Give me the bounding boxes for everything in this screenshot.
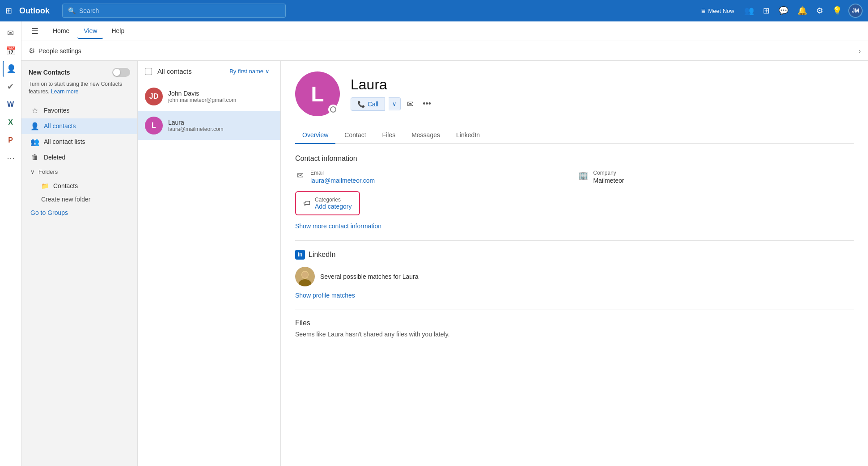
svg-point-3 [302, 272, 308, 278]
menu-view[interactable]: View [77, 24, 103, 39]
search-input[interactable] [79, 7, 280, 14]
email-field-value[interactable]: laura@mailmeteor.com [310, 177, 375, 184]
meet-now-button[interactable]: 🖥 Meet Now [697, 6, 738, 16]
menu-home[interactable]: Home [47, 24, 76, 39]
go-to-groups-label: Go to Groups [30, 209, 68, 216]
search-bar[interactable]: 🔍 [62, 4, 286, 18]
teams-icon[interactable]: 👥 [741, 3, 757, 18]
sort-button[interactable]: By first name ∨ [226, 66, 273, 76]
topbar-right: 🖥 Meet Now 👥 ⊞ 💬 🔔 ⚙ 💡 JM [697, 3, 863, 18]
deleted-icon: 🗑 [30, 153, 39, 161]
more-options-button[interactable]: ••• [420, 97, 434, 111]
three-col-layout: New Contacts Turn on to start using the … [21, 61, 868, 466]
detail-actions: 📞 Call ∨ ✉ ••• [351, 97, 434, 112]
files-section: Files Seems like Laura hasn't shared any… [295, 319, 854, 338]
tab-messages[interactable]: Messages [404, 127, 447, 144]
email-button[interactable]: ✉ [404, 97, 416, 112]
categories-content: Categories Add category [315, 197, 352, 210]
tab-overview[interactable]: Overview [295, 127, 335, 144]
detail-panel: L Laura 📞 Call [281, 61, 868, 466]
chat-icon[interactable]: 💬 [776, 3, 791, 18]
detail-status-inner [330, 106, 336, 113]
select-all-checkbox[interactable] [145, 68, 152, 75]
main-layout: ✉ 📅 👤 ✔ W X P ⋯ ☰ Home View Help ⚙ Peopl… [0, 21, 868, 466]
detail-avatar-status [328, 105, 338, 114]
contact-info-title: Contact information [295, 155, 854, 163]
sidebar-excel-icon[interactable]: X [3, 114, 19, 130]
settings-icon[interactable]: ⚙ [813, 3, 826, 18]
files-empty-text: Seems like Laura hasn't shared any files… [295, 331, 854, 338]
company-field-value: Mailmeteor [593, 177, 624, 184]
show-more-contact-info-link[interactable]: Show more contact information [295, 223, 854, 230]
email-field-label: Email [310, 170, 375, 176]
favorites-label: Favorites [44, 107, 70, 114]
menubar: ☰ Home View Help [21, 21, 868, 41]
company-info-item: 🏢 Company Mailmeteor [578, 170, 854, 184]
meet-now-icon: 🖥 [700, 8, 706, 14]
settings-bar-icon: ⚙ [29, 46, 35, 55]
call-label: Call [368, 101, 378, 108]
linkedin-match-text: Several possible matches for Laura [320, 273, 418, 280]
sidebar-people-icon[interactable]: 👤 [3, 61, 19, 77]
subfolder-icon: 📁 [41, 182, 49, 189]
sidebar-calendar-icon[interactable]: 📅 [3, 43, 19, 59]
contact-lists-icon: 👥 [30, 138, 39, 146]
sidebar-tasks-icon[interactable]: ✔ [3, 79, 19, 95]
nav-folders-header[interactable]: ∨ Folders [21, 165, 137, 179]
nav-all-contact-lists[interactable]: 👥 All contact lists [21, 134, 137, 150]
categories-box[interactable]: 🏷 Categories Add category [295, 191, 360, 215]
grid-icon[interactable]: ⊞ [5, 6, 12, 16]
john-davis-initials: JD [149, 92, 158, 101]
company-icon: 🏢 [578, 171, 588, 181]
nav-favorites[interactable]: ☆ Favorites [21, 103, 137, 118]
apps-icon[interactable]: ⊞ [760, 3, 772, 18]
linkedin-section: in LinkedIn Several possible m [295, 250, 854, 299]
company-field-content: Company Mailmeteor [593, 170, 624, 184]
detail-contact-name: Laura [351, 76, 434, 93]
tab-files[interactable]: Files [375, 127, 403, 144]
bell-icon[interactable]: 🔔 [795, 3, 810, 18]
left-nav: New Contacts Turn on to start using the … [21, 61, 138, 466]
sort-chevron-icon: ∨ [265, 68, 270, 75]
nav-create-new-folder[interactable]: Create new folder [21, 193, 137, 206]
hamburger-button[interactable]: ☰ [29, 24, 41, 39]
all-contact-lists-label: All contact lists [44, 138, 85, 145]
contact-item-laura[interactable]: L Laura laura@mailmeteor.com [138, 111, 280, 140]
topbar: ⊞ Outlook 🔍 🖥 Meet Now 👥 ⊞ 💬 🔔 ⚙ 💡 JM [0, 0, 868, 21]
settings-bar-chevron[interactable]: › [859, 47, 861, 55]
categories-label: Categories [315, 197, 352, 203]
user-avatar[interactable]: JM [848, 4, 863, 18]
learn-more-link[interactable]: Learn more [51, 88, 78, 95]
contacts-subfolder-label: Contacts [53, 182, 78, 189]
contact-item-john-davis[interactable]: JD John Davis john.mailmeteor@gmail.com [138, 82, 280, 111]
sidebar-more-icon[interactable]: ⋯ [3, 150, 19, 166]
sidebar-powerpoint-icon[interactable]: P [3, 132, 19, 148]
nav-all-contacts[interactable]: 👤 All contacts [21, 118, 137, 134]
new-contacts-toggle[interactable] [112, 68, 130, 77]
nav-go-to-groups[interactable]: Go to Groups [21, 206, 137, 220]
contact-info-grid: ✉ Email laura@mailmeteor.com 🏢 Company M… [295, 170, 854, 184]
sidebar-word-icon[interactable]: W [3, 97, 19, 113]
email-info-item: ✉ Email laura@mailmeteor.com [295, 170, 571, 184]
linkedin-match: Several possible matches for Laura [295, 267, 854, 286]
detail-avatar-wrap: L [295, 71, 340, 116]
tab-linkedin[interactable]: LinkedIn [449, 127, 487, 144]
sidebar-mail-icon[interactable]: ✉ [3, 25, 19, 41]
contact-list-panel: All contacts By first name ∨ JD John Dav… [138, 61, 281, 466]
show-profile-matches-link[interactable]: Show profile matches [295, 292, 854, 299]
laura-info: Laura laura@mailmeteor.com [168, 119, 273, 132]
contact-list-header: All contacts By first name ∨ [138, 61, 280, 82]
more-options-icon: ••• [423, 99, 431, 108]
help-icon[interactable]: 💡 [830, 3, 845, 18]
sort-label: By first name [229, 68, 263, 75]
menu-help[interactable]: Help [105, 24, 131, 39]
call-button[interactable]: 📞 Call [351, 97, 385, 111]
categories-value[interactable]: Add category [315, 203, 352, 210]
content-area: ☰ Home View Help ⚙ People settings › New… [21, 21, 868, 466]
call-dropdown-button[interactable]: ∨ [389, 97, 401, 110]
new-contacts-desc: Turn on to start using the new Contacts … [29, 80, 130, 96]
nav-deleted[interactable]: 🗑 Deleted [21, 150, 137, 165]
new-contacts-title: New Contacts [29, 69, 70, 76]
tab-contact[interactable]: Contact [337, 127, 373, 144]
nav-contacts-subfolder[interactable]: 📁 Contacts [21, 179, 137, 193]
